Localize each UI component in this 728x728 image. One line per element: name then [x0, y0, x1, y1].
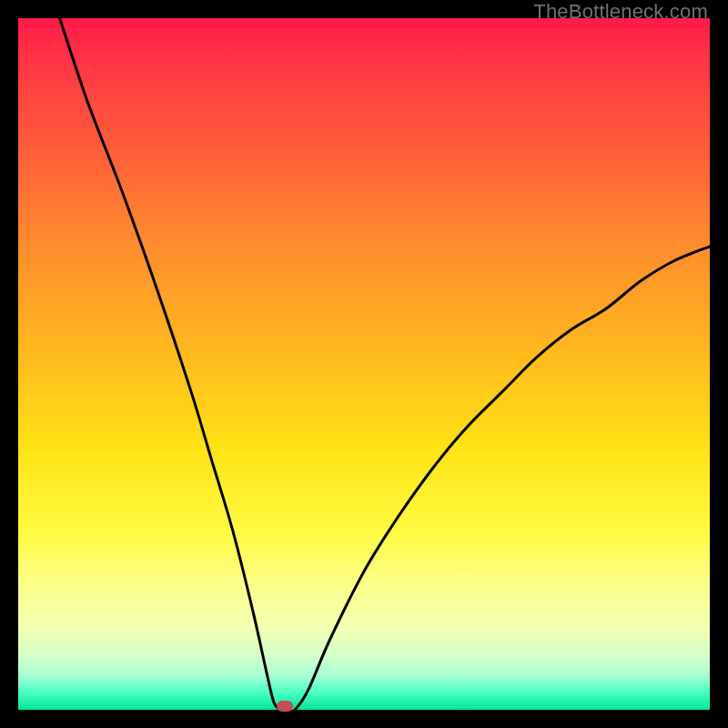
optimal-point-marker [277, 701, 293, 712]
bottleneck-curve [18, 18, 710, 710]
plot-area [18, 18, 710, 710]
watermark-text: TheBottleneck.com [533, 0, 708, 24]
